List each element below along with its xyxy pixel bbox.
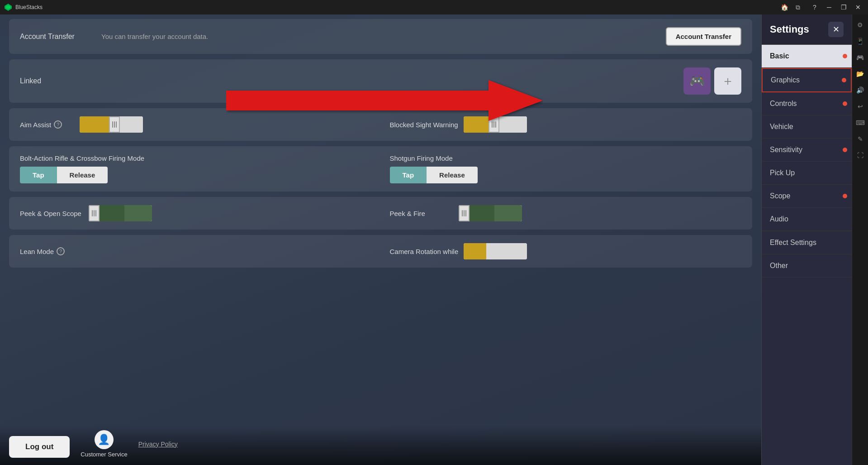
bs-icon-1[interactable]: ⚙ — [854, 18, 867, 32]
basic-dot — [843, 54, 847, 58]
layers-icon[interactable]: ⧉ — [793, 2, 803, 12]
bs-icon-5[interactable]: 🔊 — [854, 83, 867, 97]
aim-assist-field: Aim Assist ? — [20, 116, 372, 133]
slider-filled — [80, 116, 109, 133]
camera-rotation-label: Camera Rotation while — [390, 248, 459, 255]
bs-icon-2[interactable]: 📱 — [854, 34, 867, 48]
camera-rotation-field: Camera Rotation while — [390, 243, 742, 259]
account-transfer-button[interactable]: Account Transfer — [666, 27, 741, 46]
bs-icon-7[interactable]: ⌨ — [854, 116, 867, 129]
bottom-bar: Log out 👤 Customer Service Privacy Polic… — [0, 426, 761, 465]
add-linked-button[interactable]: ＋ — [714, 67, 741, 95]
minimize-button[interactable]: ─ — [823, 1, 835, 14]
main-container: Account Transfer You can transfer your a… — [0, 14, 868, 465]
nav-item-basic[interactable]: Basic — [762, 45, 852, 68]
gamepad-icon[interactable]: 🎮 — [683, 67, 711, 95]
scope-dot — [843, 194, 847, 198]
linked-label: Linked — [20, 77, 683, 85]
peek-open-scope-label: Peek & Open Scope — [20, 210, 83, 217]
bolt-action-field: Bolt-Action Rifle & Crossbow Firing Mode… — [20, 154, 372, 183]
lean-mode-label: Lean Mode ? — [20, 247, 74, 255]
bs-icon-3[interactable]: 🎮 — [854, 51, 867, 64]
account-transfer-row: Account Transfer You can transfer your a… — [9, 19, 752, 54]
bolt-action-buttons: Tap Release — [20, 167, 372, 183]
titlebar: BlueStacks 🏠 ⧉ ? ─ ❐ ✕ — [0, 0, 868, 14]
settings-header: Settings ✕ — [762, 14, 852, 45]
home-icon[interactable]: 🏠 — [779, 2, 789, 12]
nav-item-controls[interactable]: Controls — [762, 92, 852, 115]
bolt-tap-button[interactable]: Tap — [20, 167, 57, 183]
game-background: Account Transfer You can transfer your a… — [0, 14, 761, 465]
blocked-sight-field: Blocked Sight Warning — [390, 116, 742, 133]
bluestacks-logo-icon — [4, 3, 13, 12]
settings-nav: Basic Graphics Controls Vehicle Sensitiv… — [762, 45, 852, 465]
slider-empty — [120, 116, 143, 133]
peek-open-scope-field: Peek & Open Scope — [20, 205, 372, 221]
peek-fire-label: Peek & Fire — [390, 210, 453, 217]
customer-service-button[interactable]: 👤 Customer Service — [81, 430, 127, 458]
nav-item-effect-settings[interactable]: Effect Settings — [762, 231, 852, 254]
peek-fire-field: Peek & Fire — [390, 205, 742, 221]
account-transfer-label: Account Transfer — [20, 33, 92, 41]
lean-row: Lean Mode ? Camera Rotation while — [9, 235, 752, 268]
close-button[interactable]: ✕ — [852, 1, 864, 14]
controls-dot — [843, 101, 847, 106]
aim-row: Aim Assist ? — [9, 108, 752, 141]
aim-assist-slider[interactable] — [80, 116, 143, 133]
nav-item-vehicle[interactable]: Vehicle — [762, 115, 852, 139]
customer-service-label: Customer Service — [81, 451, 127, 458]
peek-row: Peek & Open Scope — [9, 197, 752, 230]
bolt-release-button[interactable]: Release — [57, 167, 108, 183]
bs-icon-6[interactable]: ↩ — [854, 100, 867, 113]
restore-button[interactable]: ❐ — [837, 1, 850, 14]
aim-assist-label: Aim Assist ? — [20, 120, 74, 129]
shotgun-release-button[interactable]: Release — [427, 167, 478, 183]
blocked-sight-label: Blocked Sight Warning — [390, 121, 458, 129]
app-title: BlueStacks — [15, 4, 774, 10]
blocked-sight-slider[interactable] — [464, 116, 527, 133]
settings-content-area[interactable]: Account Transfer You can transfer your a… — [0, 14, 761, 465]
peek-fire-slider[interactable] — [459, 205, 522, 221]
logout-button[interactable]: Log out — [9, 436, 70, 458]
peek-open-scope-slider[interactable] — [89, 205, 152, 221]
peek-fire-handle[interactable] — [459, 205, 470, 221]
bs-icon-8[interactable]: ✎ — [854, 132, 867, 146]
titlebar-nav: 🏠 ⧉ — [779, 2, 803, 12]
privacy-policy-link[interactable]: Privacy Policy — [138, 441, 178, 448]
nav-item-scope[interactable]: Scope — [762, 185, 852, 208]
slider-handle[interactable] — [109, 116, 120, 133]
lean-mode-help-icon[interactable]: ? — [57, 247, 65, 255]
settings-panel: Settings ✕ Basic Graphics Controls Vehic… — [761, 14, 852, 465]
lean-mode-field: Lean Mode ? — [20, 243, 372, 259]
aim-assist-help-icon[interactable]: ? — [54, 120, 62, 129]
graphics-dot — [842, 78, 846, 82]
window-controls: ? ─ ❐ ✕ — [808, 1, 864, 14]
bolt-action-label: Bolt-Action Rifle & Crossbow Firing Mode — [20, 154, 372, 162]
nav-item-other[interactable]: Other — [762, 254, 852, 278]
bs-icon-4[interactable]: 📂 — [854, 67, 867, 81]
nav-item-pickup[interactable]: Pick Up — [762, 162, 852, 185]
shotgun-field: Shotgun Firing Mode Tap Release — [390, 154, 742, 183]
linked-icons: 🎮 ＋ — [683, 67, 741, 95]
shotgun-tap-button[interactable]: Tap — [390, 167, 427, 183]
peek-slider-handle[interactable] — [89, 205, 100, 221]
sensitivity-dot — [843, 148, 847, 152]
bs-icon-9[interactable]: ⛶ — [854, 149, 867, 162]
nav-item-sensitivity[interactable]: Sensitivity — [762, 139, 852, 162]
nav-item-audio[interactable]: Audio — [762, 208, 852, 231]
settings-close-button[interactable]: ✕ — [828, 22, 844, 37]
slider-filled-2 — [464, 116, 489, 133]
firing-mode-row: Bolt-Action Rifle & Crossbow Firing Mode… — [9, 146, 752, 192]
nav-item-graphics[interactable]: Graphics — [762, 68, 852, 92]
bluestacks-sidebar: ⚙ 📱 🎮 📂 🔊 ↩ ⌨ ✎ ⛶ — [852, 14, 868, 465]
slider-handle-2[interactable] — [489, 116, 499, 133]
settings-title: Settings — [770, 24, 809, 35]
customer-service-icon: 👤 — [95, 430, 114, 449]
slider-handle-lines — [112, 121, 117, 128]
help-button[interactable]: ? — [808, 1, 821, 14]
account-transfer-desc: You can transfer your account data. — [101, 33, 657, 40]
linked-row: Linked 🎮 ＋ — [9, 59, 752, 103]
shotgun-buttons: Tap Release — [390, 167, 742, 183]
camera-rotation-slider[interactable] — [464, 243, 527, 259]
shotgun-label: Shotgun Firing Mode — [390, 154, 742, 162]
